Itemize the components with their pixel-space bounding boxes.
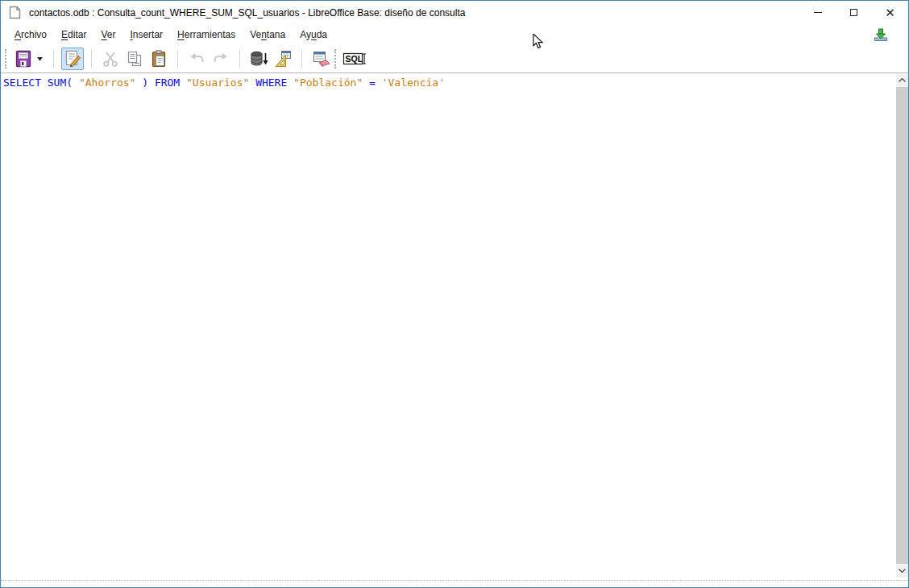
libreoffice-base-window: contactos.odb : Consulta_count_WHERE_SUM… bbox=[0, 0, 909, 588]
sql-token: " bbox=[186, 77, 193, 89]
toolbar-separator bbox=[239, 50, 240, 68]
maximize-button[interactable] bbox=[836, 1, 872, 24]
chevron-down-icon bbox=[899, 569, 906, 573]
document-app-icon bbox=[8, 6, 22, 19]
document-pencil-icon bbox=[63, 49, 82, 68]
scissors-icon bbox=[101, 49, 120, 68]
sql-token: Población bbox=[300, 77, 356, 89]
menubar-items: ArchivoEditarVerInsertarHerramientasVent… bbox=[7, 26, 334, 43]
sql-token: Ahorros bbox=[85, 77, 130, 89]
run-sql-direct-button[interactable]: SQL bbox=[342, 48, 367, 70]
copy-button[interactable] bbox=[123, 48, 146, 70]
toolbar-separator bbox=[91, 50, 92, 68]
close-button[interactable]: ✕ bbox=[872, 1, 908, 24]
sql-token: " bbox=[293, 77, 300, 89]
sql-token: SUM( bbox=[48, 77, 73, 89]
set-square-table-icon bbox=[273, 49, 293, 68]
sql-token bbox=[363, 77, 369, 89]
scrollbar-thumb[interactable] bbox=[896, 87, 908, 564]
window-title: contactos.odb : Consulta_count_WHERE_SUM… bbox=[29, 7, 465, 19]
sql-token: WHERE bbox=[255, 77, 287, 89]
sql-token: Valencia bbox=[388, 77, 439, 89]
chevron-down-icon bbox=[37, 57, 43, 61]
scroll-up-button[interactable] bbox=[896, 73, 908, 87]
undo-button[interactable] bbox=[185, 48, 208, 70]
floppy-disk-icon bbox=[14, 49, 33, 68]
toolbar-separator bbox=[53, 50, 54, 68]
save-dropdown-button[interactable] bbox=[34, 48, 46, 70]
copy-pages-icon bbox=[125, 49, 144, 68]
sql-token: = bbox=[369, 77, 376, 89]
toolbar-separator bbox=[301, 50, 302, 68]
sql-editor[interactable]: SELECT SUM( "Ahorros" ) FROM "Usuarios" … bbox=[1, 73, 908, 587]
toolbar-grip[interactable] bbox=[5, 49, 7, 68]
sql-token: ) bbox=[142, 77, 148, 89]
database-run-icon bbox=[248, 49, 269, 68]
maximize-icon bbox=[850, 9, 857, 16]
minimize-icon bbox=[814, 12, 822, 13]
menu-item-insertar[interactable]: Insertar bbox=[122, 26, 170, 43]
redo-arrow-icon bbox=[211, 49, 230, 68]
toolbar-separator bbox=[177, 50, 178, 68]
redo-button[interactable] bbox=[210, 48, 232, 70]
sql-token: ' bbox=[438, 77, 445, 89]
toolbar-grip[interactable] bbox=[334, 49, 337, 68]
sql-token bbox=[249, 77, 255, 89]
sql-token: " bbox=[79, 77, 85, 89]
sql-token: FROM bbox=[155, 77, 180, 89]
scroll-down-button[interactable] bbox=[896, 564, 908, 578]
paste-button[interactable] bbox=[147, 48, 170, 70]
chevron-up-icon bbox=[899, 78, 906, 82]
sql-token: ' bbox=[382, 77, 388, 89]
menu-item-ayuda[interactable]: Ayuda bbox=[293, 26, 334, 43]
menubar: ArchivoEditarVerInsertarHerramientasVent… bbox=[1, 24, 908, 45]
menu-item-editar[interactable]: Editar bbox=[54, 26, 93, 43]
sql-line: SELECT SUM( "Ahorros" ) FROM "Usuarios" … bbox=[3, 77, 445, 89]
window-controls: ✕ bbox=[799, 1, 908, 24]
sql-token bbox=[148, 77, 155, 89]
sql-token: Usuarios bbox=[193, 77, 243, 89]
query-design-toolbar: SQL bbox=[1, 45, 908, 73]
bottom-edge-divider bbox=[1, 580, 908, 581]
minimize-button[interactable] bbox=[799, 1, 836, 24]
save-button[interactable] bbox=[12, 48, 35, 70]
sql-token bbox=[41, 77, 48, 89]
sql-token bbox=[287, 77, 293, 89]
sql-token bbox=[73, 77, 79, 89]
menu-item-ver[interactable]: Ver bbox=[93, 26, 122, 43]
sql-token bbox=[376, 77, 382, 89]
sql-token bbox=[180, 77, 186, 89]
run-query-button[interactable] bbox=[247, 48, 270, 70]
menu-item-herramientas[interactable]: Herramientas bbox=[170, 26, 243, 43]
clipboard-paste-icon bbox=[149, 49, 168, 68]
titlebar: contactos.odb : Consulta_count_WHERE_SUM… bbox=[1, 1, 908, 24]
eraser-window-icon bbox=[310, 49, 331, 68]
svg-text:SQL: SQL bbox=[346, 54, 363, 64]
menu-item-ventana[interactable]: Ventana bbox=[243, 26, 293, 43]
green-download-tray-icon[interactable] bbox=[873, 27, 889, 42]
edit-design-toggle-button[interactable] bbox=[61, 48, 84, 70]
clear-query-button[interactable] bbox=[309, 48, 332, 70]
switch-design-view-button[interactable] bbox=[272, 48, 294, 70]
close-icon: ✕ bbox=[885, 6, 895, 19]
sql-token: SELECT bbox=[3, 77, 41, 89]
menu-item-archivo[interactable]: Archivo bbox=[7, 26, 54, 43]
vertical-scrollbar[interactable] bbox=[896, 73, 908, 578]
sql-icon: SQL bbox=[342, 50, 367, 68]
undo-arrow-icon bbox=[187, 49, 206, 68]
cut-button[interactable] bbox=[99, 48, 122, 70]
